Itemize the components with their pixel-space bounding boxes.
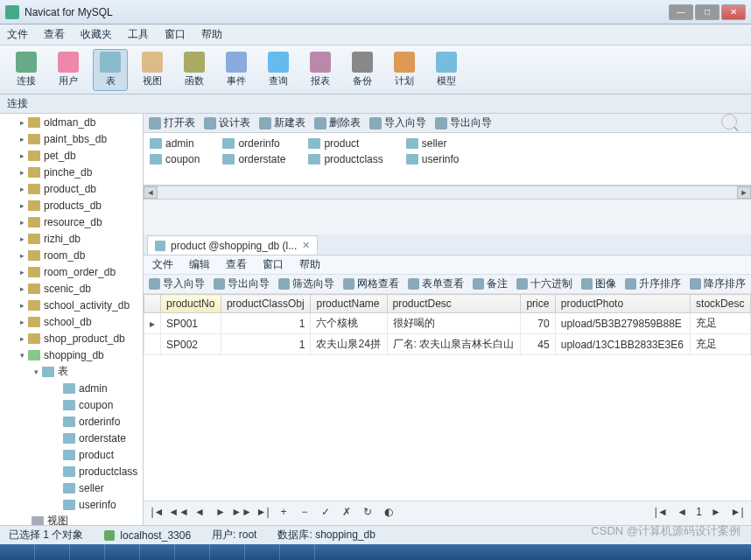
tool-table-button[interactable]: 表: [93, 49, 128, 91]
nav-next-button[interactable]: ►: [214, 505, 228, 519]
menu-窗口[interactable]: 窗口: [165, 27, 186, 42]
cell-productPhoto[interactable]: upload/5B3B279859B88E: [555, 313, 690, 334]
expander-icon[interactable]: ▸: [18, 234, 26, 243]
table-seller[interactable]: seller: [0, 480, 143, 496]
nav-delete-button[interactable]: −: [298, 505, 312, 519]
object-coupon[interactable]: coupon: [147, 152, 202, 166]
menu-收藏夹[interactable]: 收藏夹: [81, 27, 112, 42]
nav-commit-button[interactable]: ✓: [319, 505, 333, 519]
table-orderinfo[interactable]: orderinfo: [0, 413, 143, 430]
db-paint_bbs_db[interactable]: ▸paint_bbs_db: [0, 130, 143, 147]
column-price[interactable]: price: [521, 295, 555, 313]
table-row[interactable]: ▸SP0011六个核桃很好喝的70upload/5B3B279859B88E充足: [144, 313, 751, 334]
tool-event-button[interactable]: 事件: [219, 49, 254, 91]
scroll-right-button[interactable]: ►: [737, 186, 751, 199]
object-admin[interactable]: admin: [147, 136, 202, 150]
action-删除表[interactable]: 删除表: [314, 116, 361, 130]
cell-stockDesc[interactable]: 充足: [691, 334, 751, 355]
table-row[interactable]: SP0021农夫山泉24拼厂名: 农夫山泉吉林长白山45upload/13C1B…: [144, 334, 751, 355]
db-scenic_db[interactable]: ▸scenic_db: [0, 280, 143, 297]
tool-backup-button[interactable]: 备份: [345, 49, 380, 91]
submenu-帮助[interactable]: 帮助: [299, 257, 320, 272]
object-orderinfo[interactable]: orderinfo: [220, 136, 288, 150]
data-action-降序排序[interactable]: 降序排序: [690, 276, 746, 291]
column-productClassObj[interactable]: productClassObj: [221, 295, 311, 313]
column-productDesc[interactable]: productDesc: [387, 295, 521, 313]
nav-add-button[interactable]: +: [277, 505, 291, 519]
tab-product[interactable]: product @shopping_db (l... ✕: [147, 235, 318, 255]
table-userinfo[interactable]: userinfo: [0, 496, 143, 513]
data-action-导入向导[interactable]: 导入向导: [149, 276, 205, 291]
menu-文件[interactable]: 文件: [7, 27, 28, 42]
expander-icon[interactable]: ▸: [18, 118, 26, 127]
cell-productName[interactable]: 六个核桃: [311, 313, 387, 334]
cell-price[interactable]: 70: [521, 313, 555, 334]
column-stockDesc[interactable]: stockDesc: [691, 295, 751, 313]
data-action-升序排序[interactable]: 升序排序: [625, 276, 681, 291]
menu-工具[interactable]: 工具: [128, 27, 149, 42]
nav-refresh-button[interactable]: ↻: [361, 505, 375, 519]
db-pet_db[interactable]: ▸pet_db: [0, 147, 143, 164]
menu-帮助[interactable]: 帮助: [201, 27, 222, 42]
table-coupon[interactable]: coupon: [0, 396, 143, 413]
expander-icon[interactable]: ▸: [18, 201, 26, 210]
nav-first-button[interactable]: |◄: [151, 505, 165, 519]
expander-icon[interactable]: ▸: [18, 301, 26, 310]
cell-productDesc[interactable]: 厂名: 农夫山泉吉林长白山: [387, 334, 521, 355]
db-product_db[interactable]: ▸product_db: [0, 180, 143, 197]
submenu-查看[interactable]: 查看: [226, 257, 247, 272]
nav-next-page-button[interactable]: ►►: [235, 505, 249, 519]
nav-prev-button[interactable]: ◄: [193, 505, 207, 519]
tab-close-button[interactable]: ✕: [302, 240, 310, 251]
maximize-button[interactable]: □: [695, 4, 719, 20]
db-rizhi_db[interactable]: ▸rizhi_db: [0, 230, 143, 247]
column-productNo[interactable]: productNo: [161, 295, 221, 313]
submenu-编辑[interactable]: 编辑: [189, 257, 210, 272]
expander-icon[interactable]: ▸: [18, 135, 26, 144]
action-设计表[interactable]: 设计表: [204, 116, 250, 130]
tool-query-button[interactable]: 查询: [261, 49, 296, 91]
data-action-图像[interactable]: 图像: [581, 276, 616, 291]
nav-stop-button[interactable]: ◐: [382, 505, 396, 519]
expander-icon[interactable]: ▸: [18, 168, 26, 177]
db-shop_product_db[interactable]: ▸shop_product_db: [0, 330, 143, 346]
tables-node[interactable]: ▾表: [0, 363, 143, 380]
scroll-left-button[interactable]: ◄: [144, 186, 158, 199]
tool-func-button[interactable]: 函数: [177, 49, 212, 91]
expander-icon[interactable]: ▸: [18, 334, 26, 343]
table-orderstate[interactable]: orderstate: [0, 430, 143, 446]
collapse-icon[interactable]: ▾: [32, 368, 40, 376]
column-productPhoto[interactable]: productPhoto: [555, 295, 690, 313]
data-action-网格查看[interactable]: 网格查看: [343, 276, 399, 291]
submenu-文件[interactable]: 文件: [152, 257, 173, 272]
cell-productClassObj[interactable]: 1: [221, 313, 311, 334]
db-products_db[interactable]: ▸products_db: [0, 197, 143, 214]
expander-icon[interactable]: ▸: [18, 185, 26, 193]
db-school_db[interactable]: ▸school_db: [0, 313, 143, 330]
os-taskbar[interactable]: [0, 544, 751, 560]
action-打开表[interactable]: 打开表: [149, 116, 195, 130]
object-list-scrollbar[interactable]: ◄ ►: [144, 186, 751, 200]
expander-icon[interactable]: ▸: [18, 251, 26, 260]
submenu-窗口[interactable]: 窗口: [263, 257, 284, 272]
page-prev-button[interactable]: ◄: [675, 505, 689, 519]
nav-cancel-button[interactable]: ✗: [340, 505, 354, 519]
object-orderstate[interactable]: orderstate: [220, 152, 288, 166]
expander-icon[interactable]: ▸: [18, 318, 26, 326]
action-导出向导[interactable]: 导出向导: [435, 116, 492, 130]
cell-price[interactable]: 45: [521, 334, 555, 355]
db-oldman_db[interactable]: ▸oldman_db: [0, 114, 143, 130]
page-next-button[interactable]: ►: [709, 505, 723, 519]
db-shopping_db[interactable]: ▾shopping_db: [0, 346, 143, 363]
cell-productClassObj[interactable]: 1: [221, 334, 311, 355]
expander-icon[interactable]: ▸: [18, 218, 26, 227]
tool-report-button[interactable]: 报表: [303, 49, 338, 91]
tool-user-button[interactable]: 用户: [51, 49, 86, 91]
expander-icon[interactable]: ▸: [18, 284, 26, 293]
cell-stockDesc[interactable]: 充足: [691, 313, 751, 334]
db-school_activity_db[interactable]: ▸school_activity_db: [0, 297, 143, 313]
cell-productPhoto[interactable]: upload/13C1BB2833E3E6: [555, 334, 690, 355]
search-icon[interactable]: [721, 114, 742, 130]
object-productclass[interactable]: productclass: [305, 152, 385, 166]
tool-view-button[interactable]: 视图: [135, 49, 170, 91]
